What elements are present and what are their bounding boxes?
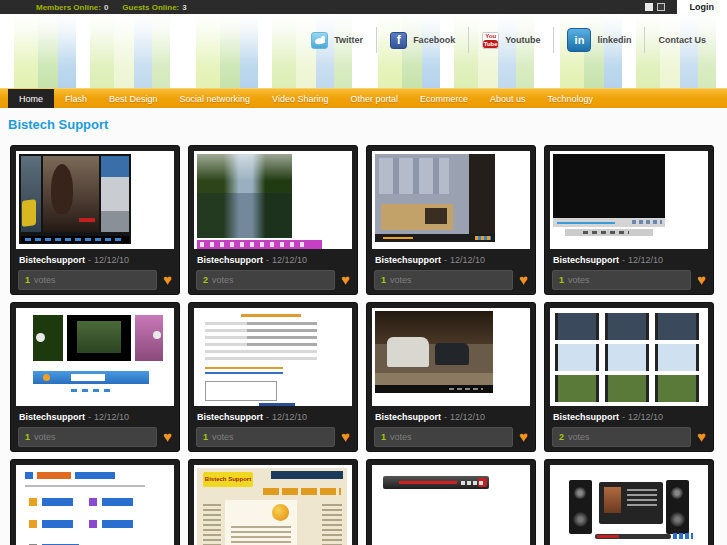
layout-outline-square-icon[interactable]	[657, 3, 665, 11]
card-caption: Bistechsupport-12/12/10	[372, 249, 530, 267]
video-thumbnail[interactable]	[194, 151, 352, 249]
thumbnail-bistech-homepage: Bistech Support	[197, 468, 347, 545]
video-card[interactable]: Bistechsupport-12/12/10 1 votes ♥	[188, 302, 358, 452]
social-link-youtube[interactable]: You Tube Youtube	[468, 27, 553, 53]
card-author: Bistechsupport	[19, 255, 85, 265]
vote-heart-icon[interactable]: ♥	[163, 273, 172, 287]
video-thumbnail[interactable]	[16, 308, 174, 406]
card-date: 12/12/10	[628, 255, 663, 265]
votes-label: votes	[390, 432, 412, 442]
vote-count: 1	[25, 275, 30, 285]
video-card[interactable]: Bistechsupport-12/12/10 1 votes ♥	[366, 145, 536, 295]
twitter-icon	[311, 32, 328, 49]
video-thumbnail[interactable]	[372, 465, 530, 545]
vote-count-bar: 2 votes	[196, 270, 335, 290]
video-card[interactable]: Bistechsupport-12/12/10 1 votes ♥	[544, 145, 714, 295]
video-thumbnail[interactable]	[550, 465, 708, 545]
caption-separator: -	[88, 255, 91, 265]
video-thumbnail[interactable]	[194, 308, 352, 406]
thumbnail-speakers-player	[553, 468, 705, 545]
video-thumbnail[interactable]	[550, 308, 708, 406]
card-date: 12/12/10	[272, 255, 307, 265]
video-card[interactable]: Bistechsupport-12/12/10 1 votes ♥	[366, 302, 536, 452]
video-card[interactable]: Bistechsupport-12/12/10 1 votes ♥	[10, 145, 180, 295]
caption-separator: -	[444, 412, 447, 422]
card-author: Bistechsupport	[375, 255, 441, 265]
page-title: Bistech Support	[8, 117, 727, 132]
topbar: Members Online:0 Guests Online:3 Login	[0, 0, 727, 14]
card-date: 12/12/10	[272, 412, 307, 422]
caption-separator: -	[622, 255, 625, 265]
nav-item-home[interactable]: Home	[8, 89, 54, 108]
nav-item-other-portal[interactable]: Other portal	[340, 89, 410, 108]
content-area: Bistech Support Bistechsupport-12/12/10 …	[0, 108, 727, 545]
topbar-right: Login	[645, 0, 727, 14]
vote-count-bar: 1 votes	[552, 270, 691, 290]
video-card[interactable]	[10, 459, 180, 545]
members-online: Members Online:0	[36, 3, 108, 12]
video-thumbnail[interactable]	[16, 465, 174, 545]
social-link-twitter[interactable]: Twitter	[298, 27, 376, 53]
layout-filled-square-icon[interactable]	[645, 3, 653, 11]
video-thumbnail[interactable]: Bistech Support	[194, 465, 352, 545]
caption-separator: -	[266, 412, 269, 422]
vote-heart-icon[interactable]: ♥	[519, 430, 528, 444]
nav-item-best-design[interactable]: Best Design	[98, 89, 169, 108]
nav-item-about-us[interactable]: About us	[479, 89, 537, 108]
thumbnail-media-player	[553, 154, 665, 242]
video-card[interactable]	[544, 459, 714, 545]
video-card[interactable]: Bistechsupport-12/12/10 1 votes ♥	[10, 302, 180, 452]
votes-label: votes	[568, 432, 590, 442]
header-stripes-banner: Twitter f Facebook You Tube Youtube in l…	[0, 14, 727, 88]
video-card[interactable]: Bistech Support	[188, 459, 358, 545]
video-thumbnail[interactable]	[550, 151, 708, 249]
video-card[interactable]	[366, 459, 536, 545]
vote-row: 1 votes ♥	[550, 267, 708, 290]
vote-heart-icon[interactable]: ♥	[341, 273, 350, 287]
youtube-label: Youtube	[505, 35, 540, 45]
card-author: Bistechsupport	[553, 255, 619, 265]
nav-item-flash[interactable]: Flash	[54, 89, 98, 108]
vote-count-bar: 1 votes	[18, 427, 157, 447]
vote-count: 1	[559, 275, 564, 285]
nav-item-video-sharing[interactable]: Video Sharing	[261, 89, 339, 108]
thumbnail-site-carousel	[19, 311, 174, 403]
card-date: 12/12/10	[628, 412, 663, 422]
vote-heart-icon[interactable]: ♥	[697, 430, 706, 444]
nav-item-social-networking[interactable]: Social networking	[169, 89, 262, 108]
video-thumbnail[interactable]	[372, 151, 530, 249]
vote-count-bar: 1 votes	[196, 427, 335, 447]
youtube-icon-top-text: You	[483, 32, 498, 40]
social-link-linkedin[interactable]: in linkedin	[553, 27, 644, 53]
contact-us-label: Contact Us	[658, 35, 706, 45]
vote-row: 1 votes ♥	[194, 424, 352, 447]
vote-heart-icon[interactable]: ♥	[163, 430, 172, 444]
nav-item-ecommerce[interactable]: Ecommerce	[409, 89, 479, 108]
vote-heart-icon[interactable]: ♥	[519, 273, 528, 287]
contact-us-link[interactable]: Contact Us	[644, 27, 719, 53]
votes-label: votes	[34, 432, 56, 442]
thumbnail-audio-player	[375, 468, 527, 545]
vote-heart-icon[interactable]: ♥	[341, 430, 350, 444]
social-link-facebook[interactable]: f Facebook	[376, 27, 468, 53]
thumbnail-form-page	[197, 311, 349, 406]
vote-row: 2 votes ♥	[194, 267, 352, 290]
vote-heart-icon[interactable]: ♥	[697, 273, 706, 287]
login-button[interactable]: Login	[677, 0, 727, 14]
linkedin-label: linkedin	[597, 35, 631, 45]
members-online-value: 0	[104, 3, 108, 12]
video-thumbnail[interactable]	[372, 308, 530, 406]
video-card[interactable]: Bistechsupport-12/12/10 2 votes ♥	[544, 302, 714, 452]
caption-separator: -	[622, 412, 625, 422]
vote-count: 2	[559, 432, 564, 442]
card-caption: Bistechsupport-12/12/10	[16, 406, 174, 424]
vote-count-bar: 1 votes	[374, 270, 513, 290]
page-root: Members Online:0 Guests Online:3 Login T…	[0, 0, 727, 545]
vote-count: 1	[381, 432, 386, 442]
video-thumbnail[interactable]	[16, 151, 174, 249]
card-caption: Bistechsupport-12/12/10	[372, 406, 530, 424]
main-nav: Home Flash Best Design Social networking…	[0, 88, 727, 108]
nav-item-technology[interactable]: Technology	[537, 89, 605, 108]
vote-count: 2	[203, 275, 208, 285]
video-card[interactable]: Bistechsupport-12/12/10 2 votes ♥	[188, 145, 358, 295]
